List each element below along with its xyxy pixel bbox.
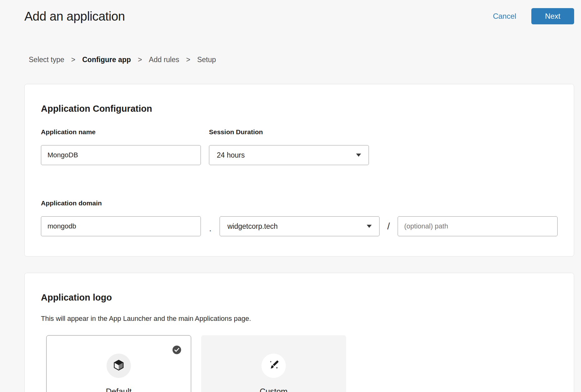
header-actions: Cancel Next (493, 8, 574, 24)
logo-option-label: Custom (260, 387, 288, 392)
paintbrush-icon (268, 359, 280, 372)
logo-option-custom[interactable]: Custom (201, 335, 346, 392)
caret-down-icon (367, 225, 372, 228)
application-logo-card: Application logo This will appear in the… (24, 273, 574, 392)
domain-select-value: widgetcorp.tech (227, 222, 278, 231)
step-setup[interactable]: Setup (197, 56, 216, 64)
path-input[interactable] (398, 216, 558, 236)
subdomain-input[interactable] (41, 216, 201, 236)
logo-option-label: Default (106, 387, 132, 392)
caret-down-icon (356, 154, 361, 157)
application-name-field: Application name (41, 128, 201, 165)
page-header: Add an application Cancel Next (24, 0, 574, 24)
cancel-button[interactable]: Cancel (493, 12, 516, 21)
logo-option-default[interactable]: Default (46, 335, 191, 392)
session-duration-label: Session Duration (209, 128, 369, 136)
check-icon (172, 345, 181, 355)
session-duration-field: Session Duration 24 hours (209, 128, 369, 165)
application-domain-controls: . widgetcorp.tech / (41, 216, 558, 236)
session-duration-select[interactable]: 24 hours (209, 145, 369, 165)
step-select-type[interactable]: Select type (29, 56, 64, 64)
session-duration-value: 24 hours (217, 151, 245, 159)
domain-slash-separator: / (380, 221, 398, 232)
default-logo-circle (107, 354, 131, 378)
page-title: Add an application (24, 9, 125, 24)
logo-heading: Application logo (41, 292, 558, 303)
cube-icon (113, 359, 125, 372)
step-separator: > (186, 56, 190, 64)
application-name-input[interactable] (41, 145, 201, 165)
domain-dot-separator: . (201, 219, 220, 233)
domain-select[interactable]: widgetcorp.tech (220, 216, 380, 236)
add-application-page: Add an application Cancel Next Select ty… (0, 0, 581, 392)
wizard-steps: Select type > Configure app > Add rules … (29, 56, 574, 64)
application-name-label: Application name (41, 128, 201, 136)
name-duration-row: Application name Session Duration 24 hou… (41, 128, 558, 165)
logo-options: Default Custom (46, 335, 558, 392)
step-separator: > (71, 56, 75, 64)
step-add-rules[interactable]: Add rules (149, 56, 179, 64)
application-domain-label: Application domain (41, 199, 558, 207)
custom-logo-circle (261, 354, 286, 378)
configuration-heading: Application Configuration (41, 104, 558, 114)
application-configuration-card: Application Configuration Application na… (24, 84, 574, 257)
step-configure-app[interactable]: Configure app (82, 56, 131, 64)
logo-description: This will appear in the App Launcher and… (41, 315, 558, 323)
application-domain-section: Application domain . widgetcorp.tech / (41, 199, 558, 236)
next-button[interactable]: Next (531, 8, 574, 24)
step-separator: > (138, 56, 142, 64)
